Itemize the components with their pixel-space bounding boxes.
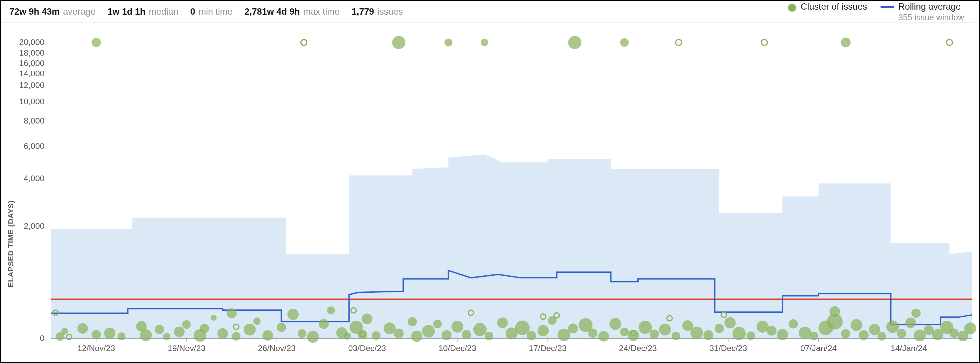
rolling-line-icon (881, 6, 894, 8)
issue-cluster[interactable] (262, 330, 273, 341)
issue-cluster[interactable] (287, 309, 299, 320)
issue-cluster[interactable] (104, 328, 115, 339)
legend-rolling-sub: 355 issue window (899, 13, 964, 22)
x-tick-label: 10/Dec/23 (438, 343, 476, 353)
issue-cluster[interactable] (609, 318, 621, 330)
issue-cluster[interactable] (497, 317, 508, 328)
issue-cluster[interactable] (307, 331, 319, 343)
issue-cluster[interactable] (588, 329, 597, 338)
issue-cluster-open[interactable] (676, 40, 682, 46)
issue-cluster[interactable] (950, 329, 959, 338)
issue-cluster[interactable] (682, 320, 693, 331)
issue-cluster[interactable] (620, 327, 629, 336)
legend-rolling-text: Rolling average 355 issue window (899, 2, 964, 22)
issue-cluster-open[interactable] (947, 40, 952, 46)
issue-cluster[interactable] (327, 306, 335, 314)
x-tick-label: 19/Nov/23 (168, 343, 205, 353)
issue-cluster[interactable] (851, 319, 862, 331)
issue-cluster[interactable] (598, 331, 609, 342)
issue-cluster[interactable] (568, 36, 581, 49)
issue-cluster[interactable] (182, 320, 191, 329)
issue-cluster[interactable] (56, 333, 65, 341)
issue-cluster[interactable] (810, 332, 818, 341)
issue-cluster[interactable] (444, 38, 452, 46)
issue-cluster[interactable] (452, 321, 463, 333)
stat-issues: 1,779 issues (352, 6, 403, 17)
y-tick-label: 2,000 (24, 221, 44, 230)
issue-cluster[interactable] (407, 317, 417, 326)
issue-cluster[interactable] (527, 331, 536, 341)
issue-cluster[interactable] (515, 321, 530, 335)
issue-cluster[interactable] (155, 325, 164, 334)
issue-cluster[interactable] (639, 321, 652, 334)
stat-min-value: 0 (190, 6, 195, 17)
issue-cluster[interactable] (914, 329, 926, 341)
issue-cluster[interactable] (411, 331, 422, 342)
x-tick-label: 03/Dec/23 (348, 343, 386, 353)
legend-cluster[interactable]: Cluster of issues (788, 2, 867, 12)
issue-cluster[interactable] (789, 319, 798, 329)
y-tick-label: 0 (40, 334, 45, 343)
chart-svg[interactable]: 02,0004,0006,0008,00010,00012,00014,0001… (1, 22, 979, 362)
issue-cluster[interactable] (253, 317, 261, 325)
stat-max-value: 2,781w 4d 9h (245, 6, 300, 17)
issue-cluster[interactable] (912, 309, 921, 318)
issue-cluster[interactable] (362, 314, 372, 325)
issue-cluster[interactable] (392, 36, 406, 49)
issue-cluster[interactable] (217, 328, 228, 339)
issue-cluster[interactable] (746, 331, 755, 340)
issue-cluster[interactable] (841, 329, 850, 338)
issue-cluster[interactable] (118, 333, 126, 341)
issue-cluster[interactable] (473, 323, 487, 336)
issue-cluster[interactable] (830, 306, 840, 317)
issue-cluster[interactable] (394, 328, 404, 338)
issue-cluster[interactable] (724, 317, 736, 328)
legend-cluster-label: Cluster of issues (801, 2, 867, 12)
issue-cluster[interactable] (905, 317, 916, 328)
issue-cluster[interactable] (568, 323, 578, 333)
issue-cluster[interactable] (78, 323, 88, 334)
issue-cluster[interactable] (767, 326, 777, 336)
issue-cluster[interactable] (232, 332, 240, 341)
issue-cluster[interactable] (91, 330, 101, 339)
issue-cluster[interactable] (671, 332, 680, 341)
issue-cluster[interactable] (422, 325, 435, 338)
issue-cluster-open[interactable] (301, 40, 307, 46)
issue-cluster[interactable] (841, 38, 851, 48)
issue-cluster[interactable] (964, 322, 976, 334)
issue-cluster[interactable] (650, 329, 659, 339)
issue-cluster[interactable] (878, 332, 886, 341)
issue-cluster[interactable] (897, 329, 906, 338)
issue-cluster[interactable] (91, 38, 101, 47)
issue-cluster[interactable] (886, 320, 899, 333)
legend-rolling[interactable]: Rolling average 355 issue window (881, 2, 964, 22)
issue-cluster[interactable] (869, 324, 880, 335)
issue-cluster[interactable] (659, 324, 671, 336)
chart-legend: Cluster of issues Rolling average 355 is… (788, 2, 971, 22)
issue-cluster[interactable] (924, 325, 934, 335)
issue-cluster[interactable] (277, 323, 286, 332)
issue-cluster[interactable] (200, 324, 209, 333)
issue-cluster[interactable] (690, 327, 703, 339)
issue-cluster[interactable] (558, 329, 570, 341)
issue-cluster[interactable] (462, 330, 471, 339)
issue-cluster[interactable] (799, 327, 811, 339)
issue-cluster[interactable] (163, 333, 170, 341)
issue-cluster[interactable] (732, 327, 746, 340)
issue-cluster[interactable] (485, 332, 493, 341)
issue-cluster[interactable] (174, 326, 185, 337)
issue-cluster[interactable] (481, 39, 488, 46)
issue-cluster[interactable] (226, 309, 237, 318)
issue-cluster[interactable] (244, 324, 256, 336)
control-chart[interactable]: 02,0004,0006,0008,00010,00012,00014,0001… (1, 22, 979, 362)
issue-cluster[interactable] (298, 329, 306, 338)
issue-cluster[interactable] (714, 324, 724, 333)
issue-cluster[interactable] (620, 38, 629, 47)
issue-cluster[interactable] (538, 325, 549, 336)
issue-cluster[interactable] (140, 329, 152, 341)
issue-cluster[interactable] (210, 315, 216, 321)
y-tick-label: 4,000 (24, 174, 44, 183)
issue-cluster-open[interactable] (762, 40, 767, 46)
issue-cluster[interactable] (319, 319, 329, 329)
issue-cluster[interactable] (433, 320, 442, 328)
